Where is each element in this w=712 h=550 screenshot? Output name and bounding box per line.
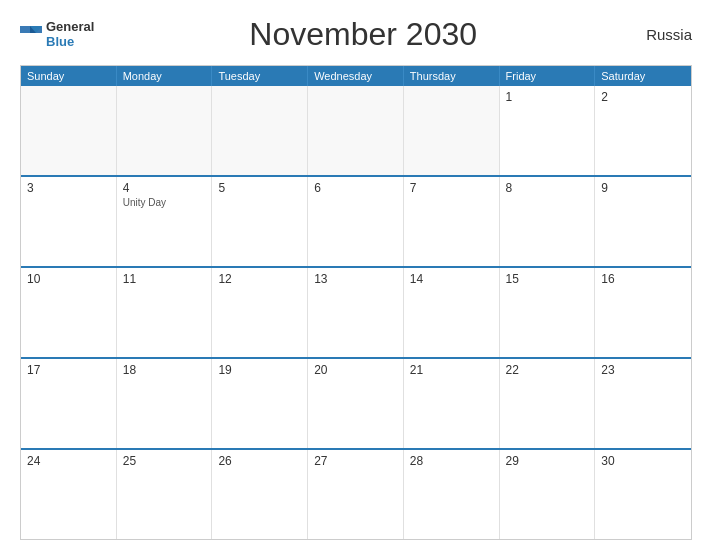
day-number: 10 xyxy=(27,272,110,286)
country-label: Russia xyxy=(632,26,692,43)
day-cell: 6 xyxy=(308,177,404,266)
day-cell: 24 xyxy=(21,450,117,539)
day-number: 14 xyxy=(410,272,493,286)
day-number: 1 xyxy=(506,90,589,104)
day-number: 3 xyxy=(27,181,110,195)
day-cell: 1 xyxy=(500,86,596,175)
logo-blue: Blue xyxy=(46,35,94,49)
day-number: 26 xyxy=(218,454,301,468)
day-header-tuesday: Tuesday xyxy=(212,66,308,86)
day-cell: 26 xyxy=(212,450,308,539)
day-cell: 30 xyxy=(595,450,691,539)
day-number: 21 xyxy=(410,363,493,377)
day-headers-row: SundayMondayTuesdayWednesdayThursdayFrid… xyxy=(21,66,691,86)
day-number: 7 xyxy=(410,181,493,195)
day-cell: 19 xyxy=(212,359,308,448)
week-row-4: 24252627282930 xyxy=(21,448,691,539)
day-number: 17 xyxy=(27,363,110,377)
day-number: 24 xyxy=(27,454,110,468)
calendar-grid: SundayMondayTuesdayWednesdayThursdayFrid… xyxy=(20,65,692,540)
day-cell: 16 xyxy=(595,268,691,357)
day-number: 27 xyxy=(314,454,397,468)
day-number: 9 xyxy=(601,181,685,195)
day-number: 5 xyxy=(218,181,301,195)
day-number: 6 xyxy=(314,181,397,195)
day-cell xyxy=(308,86,404,175)
day-cell: 15 xyxy=(500,268,596,357)
day-header-sunday: Sunday xyxy=(21,66,117,86)
calendar-page: General Blue November 2030 Russia Sunday… xyxy=(0,0,712,550)
day-header-friday: Friday xyxy=(500,66,596,86)
day-cell: 9 xyxy=(595,177,691,266)
month-title: November 2030 xyxy=(94,16,632,53)
logo: General Blue xyxy=(20,20,94,49)
weeks-container: 1234Unity Day567891011121314151617181920… xyxy=(21,86,691,539)
header: General Blue November 2030 Russia xyxy=(20,16,692,53)
day-cell: 17 xyxy=(21,359,117,448)
day-number: 29 xyxy=(506,454,589,468)
day-header-thursday: Thursday xyxy=(404,66,500,86)
week-row-0: 12 xyxy=(21,86,691,175)
day-cell: 20 xyxy=(308,359,404,448)
day-number: 15 xyxy=(506,272,589,286)
day-number: 18 xyxy=(123,363,206,377)
day-cell xyxy=(117,86,213,175)
day-cell: 22 xyxy=(500,359,596,448)
day-number: 16 xyxy=(601,272,685,286)
logo-general: General xyxy=(46,20,94,34)
day-number: 11 xyxy=(123,272,206,286)
day-cell: 2 xyxy=(595,86,691,175)
day-cell xyxy=(212,86,308,175)
day-header-monday: Monday xyxy=(117,66,213,86)
logo-icon xyxy=(20,24,42,46)
day-number: 8 xyxy=(506,181,589,195)
day-cell: 28 xyxy=(404,450,500,539)
day-cell: 7 xyxy=(404,177,500,266)
day-cell: 27 xyxy=(308,450,404,539)
day-cell: 12 xyxy=(212,268,308,357)
day-number: 30 xyxy=(601,454,685,468)
day-cell xyxy=(404,86,500,175)
day-cell: 13 xyxy=(308,268,404,357)
day-cell: 8 xyxy=(500,177,596,266)
day-number: 23 xyxy=(601,363,685,377)
day-cell: 11 xyxy=(117,268,213,357)
day-cell: 3 xyxy=(21,177,117,266)
logo-text: General Blue xyxy=(46,20,94,49)
day-number: 28 xyxy=(410,454,493,468)
day-cell: 29 xyxy=(500,450,596,539)
day-cell: 5 xyxy=(212,177,308,266)
day-cell xyxy=(21,86,117,175)
week-row-3: 17181920212223 xyxy=(21,357,691,448)
day-number: 19 xyxy=(218,363,301,377)
day-number: 4 xyxy=(123,181,206,195)
day-cell: 10 xyxy=(21,268,117,357)
day-cell: 4Unity Day xyxy=(117,177,213,266)
week-row-1: 34Unity Day56789 xyxy=(21,175,691,266)
day-number: 22 xyxy=(506,363,589,377)
day-number: 25 xyxy=(123,454,206,468)
day-number: 13 xyxy=(314,272,397,286)
day-number: 12 xyxy=(218,272,301,286)
day-cell: 25 xyxy=(117,450,213,539)
day-number: 20 xyxy=(314,363,397,377)
day-header-saturday: Saturday xyxy=(595,66,691,86)
day-event: Unity Day xyxy=(123,197,206,208)
day-cell: 23 xyxy=(595,359,691,448)
day-header-wednesday: Wednesday xyxy=(308,66,404,86)
week-row-2: 10111213141516 xyxy=(21,266,691,357)
day-cell: 14 xyxy=(404,268,500,357)
day-cell: 21 xyxy=(404,359,500,448)
day-number: 2 xyxy=(601,90,685,104)
day-cell: 18 xyxy=(117,359,213,448)
